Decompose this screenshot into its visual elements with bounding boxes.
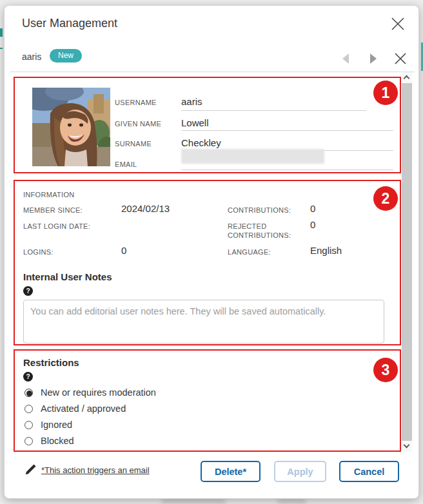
input-underline [181,110,366,111]
annotation-circle-1: 1 [373,81,398,105]
cancel-button[interactable]: Cancel [339,461,399,482]
annotation-circle-2: 2 [373,186,398,211]
section-information: INFORMATION MEMBER SINCE: 2024/02/13 LAS… [14,180,401,345]
info-value-rejected-contributions: 0 [310,219,315,230]
restrictions-title: Restrictions [23,357,79,368]
status-badge-new: New [50,49,82,63]
info-value-logins: 0 [121,245,126,256]
tab-close-icon[interactable] [393,51,408,66]
info-label-contributions: CONTRIBUTIONS: [228,206,300,215]
delete-button[interactable]: Delete* [201,461,261,482]
page-title: User Management [22,17,117,30]
field-label-surname: SURNAME [115,140,152,148]
scrollbar[interactable] [402,72,412,452]
apply-button[interactable]: Apply [274,461,326,482]
radio-activated-approved[interactable]: Activated / approved [25,403,126,414]
field-value-email-redacted[interactable] [181,149,324,164]
help-icon[interactable]: ? [23,286,33,296]
email-trigger-note[interactable]: *This action triggers an email [41,465,150,475]
background-fragment [277,499,306,503]
next-user-icon[interactable] [370,53,377,64]
input-underline [181,130,393,131]
radio-icon [25,421,33,429]
close-icon[interactable] [389,15,407,33]
info-label-logins: LOGINS: [23,247,54,257]
user-management-dialog: User Management aaris New [4,5,419,499]
field-value-username[interactable]: aaris [181,96,202,107]
divider [10,72,415,72]
internal-notes-input[interactable] [23,300,384,344]
info-label-last-login: LAST LOGIN DATE: [23,222,90,231]
background-fragment [0,28,3,37]
avatar [32,88,110,166]
info-label-member-since: MEMBER SINCE: [23,206,83,215]
background-fragment [161,499,226,503]
radio-icon [25,437,33,445]
section-identity: USERNAME aaris GIVEN NAME Lowell SURNAME… [14,77,401,173]
notes-title: Internal User Notes [23,271,112,282]
scroll-down-icon[interactable] [402,441,412,452]
scrollbar-thumb[interactable] [402,83,412,441]
info-value-member-since: 2024/02/13 [121,203,170,214]
radio-icon [25,405,33,413]
field-label-given-name: GIVEN NAME [115,120,161,128]
info-value-contributions: 0 [310,203,315,214]
previous-user-icon[interactable] [342,53,349,64]
field-value-given-name[interactable]: Lowell [181,117,209,128]
scroll-up-icon[interactable] [402,72,412,83]
background-fragment [0,48,3,49]
radio-icon [25,389,33,397]
radio-ignored[interactable]: Ignored [25,420,72,430]
field-value-surname[interactable]: Checkley [181,137,221,148]
radio-blocked[interactable]: Blocked [25,436,74,446]
field-label-username: USERNAME [115,99,157,106]
radio-new-or-requires-moderation[interactable]: New or requires moderation [25,387,156,398]
section-restrictions: Restrictions ? New or requires moderatio… [14,349,401,452]
info-heading: INFORMATION [23,191,74,199]
tab-username: aaris [22,52,41,62]
help-icon[interactable]: ? [23,372,33,382]
field-label-email: EMAIL [115,160,137,168]
pencil-icon [23,463,37,477]
annotation-circle-3: 3 [373,358,398,382]
info-value-language: English [310,245,342,256]
input-underline [181,170,393,170]
info-label-rejected-contributions: REJECTED CONTRIBUTIONS: [228,222,300,240]
info-label-language: LANGUAGE: [228,247,300,257]
